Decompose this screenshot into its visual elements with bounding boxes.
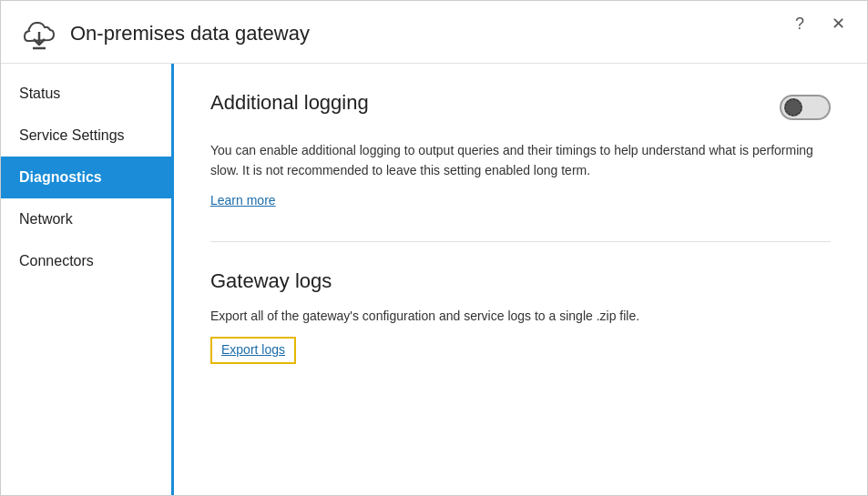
additional-logging-title: Additional logging	[210, 91, 369, 115]
gateway-logs-description: Export all of the gateway's configuratio…	[210, 306, 830, 326]
sidebar: Status Service Settings Diagnostics Netw…	[1, 64, 174, 495]
title-bar: On-premises data gateway ? ✕	[1, 1, 867, 64]
help-button[interactable]: ?	[790, 14, 810, 34]
sidebar-item-diagnostics[interactable]: Diagnostics	[1, 157, 171, 198]
app-title: On-premises data gateway	[70, 22, 310, 46]
content-area: Additional logging You can enable additi…	[174, 64, 867, 495]
sidebar-item-connectors[interactable]: Connectors	[1, 240, 171, 282]
additional-logging-header-row: Additional logging	[210, 91, 831, 127]
toggle-knob	[784, 98, 802, 116]
sidebar-item-service-settings[interactable]: Service Settings	[1, 115, 171, 157]
sidebar-item-status[interactable]: Status	[1, 73, 171, 115]
window-controls: ? ✕	[790, 14, 851, 34]
additional-logging-description: You can enable additional logging to out…	[210, 140, 830, 181]
learn-more-link[interactable]: Learn more	[210, 193, 276, 208]
section-divider	[210, 241, 831, 242]
gateway-logs-section: Gateway logs Export all of the gateway's…	[210, 269, 831, 364]
additional-logging-section: Additional logging You can enable additi…	[210, 91, 831, 208]
export-logs-button[interactable]: Export logs	[210, 337, 296, 364]
gateway-icon	[19, 14, 59, 54]
additional-logging-toggle[interactable]	[780, 95, 831, 120]
main-layout: Status Service Settings Diagnostics Netw…	[1, 64, 867, 495]
sidebar-item-network[interactable]: Network	[1, 198, 171, 240]
close-button[interactable]: ✕	[826, 14, 851, 34]
gateway-logs-title: Gateway logs	[210, 269, 831, 293]
